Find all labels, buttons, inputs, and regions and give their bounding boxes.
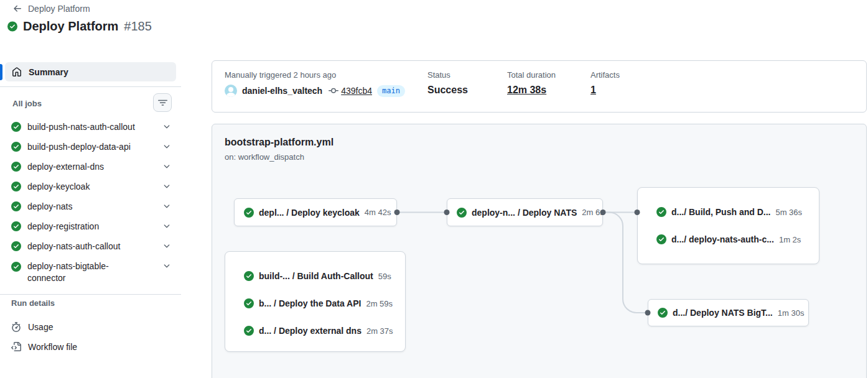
chevron-down-icon[interactable] — [162, 242, 171, 251]
chevron-down-icon[interactable] — [162, 142, 171, 151]
node-duration: 2m 59s — [366, 299, 393, 308]
success-check-icon — [244, 298, 254, 308]
artifacts-column: Artifacts 1 — [590, 70, 620, 96]
back-arrow-icon[interactable] — [12, 4, 22, 14]
success-check-icon — [244, 326, 254, 336]
avatar[interactable] — [225, 85, 237, 97]
node-duration: 4m 42s — [365, 208, 391, 217]
graph-node-deploy-nats[interactable]: deploy-n... / Deploy NATS 2m 6s — [447, 198, 603, 226]
git-commit-icon — [329, 86, 338, 96]
graph-node-deploy-external-dns[interactable]: d... / Deploy external dns 2m 37s — [244, 323, 395, 339]
success-check-icon — [11, 122, 21, 132]
chevron-down-icon[interactable] — [162, 202, 171, 211]
graph-node-deploy-data-api[interactable]: b... / Deploy the Data API 2m 59s — [244, 295, 395, 311]
node-label: b... / Deploy the Data API — [259, 298, 361, 308]
sidebar-item-workflow-file[interactable]: Workflow file — [0, 337, 181, 357]
success-check-icon — [656, 207, 666, 217]
success-check-icon — [656, 234, 666, 244]
node-duration: 1m 2s — [779, 235, 801, 244]
sidebar-job-deploy-external-dns[interactable]: deploy-external-dns — [0, 157, 181, 177]
sidebar-job-deploy-registration[interactable]: deploy-registration — [0, 216, 181, 236]
sidebar-job-deploy-nats-bigtable-connector[interactable]: deploy-nats-bigtable-connector — [0, 256, 181, 288]
graph-node-deploy-nats-bigtable[interactable]: d.../ Deploy NATS BigT... 1m 30s — [648, 299, 809, 326]
sidebar-job-deploy-nats-auth-callout[interactable]: deploy-nats-auth-callout — [0, 236, 181, 256]
sidebar-job-build-push-nats-auth-callout[interactable]: build-push-nats-auth-callout — [0, 117, 181, 137]
graph-node-deploy-nats-auth-callout[interactable]: d.../ deploy-nats-auth-c... 1m 2s — [656, 231, 809, 247]
main-content: Manually triggered 2 hours ago daniel-el… — [212, 60, 867, 113]
artifacts-count[interactable]: 1 — [590, 85, 620, 96]
sidebar-divider — [0, 86, 181, 87]
job-label: deploy-external-dns — [27, 161, 104, 173]
success-check-icon — [11, 201, 21, 211]
node-label: d.../ Deploy NATS BigT... — [673, 308, 773, 318]
workflow-graph-panel: bootstrap-platform.yml on: workflow_disp… — [212, 124, 867, 378]
node-label: d.../ deploy-nats-auth-c... — [671, 234, 774, 244]
graph-group-deploy: build-... / Build Auth-Callout 59s b... … — [225, 251, 406, 352]
all-jobs-heading: All jobs — [12, 99, 42, 108]
node-duration: 2m 6s — [582, 208, 604, 217]
graph-node-build-auth-callout[interactable]: build-... / Build Auth-Callout 59s — [244, 268, 395, 284]
page-title: Deploy Platform — [23, 19, 118, 34]
workflow-file-label: Workflow file — [28, 342, 77, 352]
branch-badge[interactable]: main — [377, 85, 405, 97]
trigger-text: Manually triggered 2 hours ago — [225, 70, 336, 80]
node-duration: 1m 30s — [778, 308, 805, 318]
job-label: deploy-keycloak — [27, 181, 90, 193]
duration-value[interactable]: 12m 38s — [507, 85, 556, 96]
job-list: build-push-nats-auth-callout build-push-… — [0, 117, 181, 288]
success-check-icon — [11, 221, 21, 231]
filter-icon — [158, 98, 167, 108]
run-number: #185 — [124, 19, 152, 34]
sidebar-job-build-push-deploy-data-api[interactable]: build-push-deploy-data-api — [0, 137, 181, 157]
success-check-icon — [7, 20, 17, 33]
success-check-icon — [11, 162, 21, 172]
success-check-icon — [11, 142, 21, 152]
file-code-icon — [11, 342, 21, 352]
chevron-down-icon[interactable] — [162, 122, 171, 131]
sidebar-job-deploy-keycloak[interactable]: deploy-keycloak — [0, 177, 181, 196]
node-duration: 59s — [378, 272, 391, 281]
node-label: depl... / Deploy keycloak — [259, 208, 360, 218]
chevron-down-icon[interactable] — [162, 162, 171, 171]
usage-label: Usage — [28, 322, 53, 332]
graph-node-build-push-deploy[interactable]: d.../ Build, Push and D... 5m 36s — [656, 204, 809, 220]
active-tab-indicator — [0, 64, 2, 80]
chevron-down-icon[interactable] — [162, 182, 171, 191]
status-label: Status — [427, 70, 468, 80]
run-title: Deploy Platform #185 — [7, 19, 152, 34]
filter-jobs-button[interactable] — [153, 93, 172, 112]
status-column: Status Success — [427, 70, 468, 96]
job-label: deploy-nats — [27, 201, 72, 213]
artifacts-label: Artifacts — [590, 70, 620, 80]
job-label: build-push-deploy-data-api — [27, 141, 131, 153]
sidebar-divider — [0, 294, 181, 295]
node-label: deploy-n... / Deploy NATS — [472, 208, 577, 218]
stopwatch-icon — [11, 322, 21, 332]
sidebar-item-usage[interactable]: Usage — [0, 317, 181, 337]
node-label: d.../ Build, Push and D... — [671, 207, 770, 217]
run-details-heading: Run details — [11, 298, 55, 308]
breadcrumb-label[interactable]: Deploy Platform — [28, 4, 90, 14]
success-check-icon — [658, 308, 668, 318]
commit-sha-link[interactable]: 439fcb4 — [341, 86, 372, 96]
workflow-trigger: on: workflow_dispatch — [225, 152, 304, 162]
run-info-card: Manually triggered 2 hours ago daniel-el… — [212, 60, 867, 113]
success-check-icon — [11, 262, 21, 272]
workflow-file-name: bootstrap-platform.yml — [225, 137, 334, 148]
chevron-down-icon[interactable] — [162, 262, 171, 270]
status-value: Success — [427, 85, 468, 96]
sidebar-item-summary[interactable]: Summary — [5, 62, 176, 81]
breadcrumb[interactable]: Deploy Platform — [12, 4, 90, 14]
sidebar-job-deploy-nats[interactable]: deploy-nats — [0, 196, 181, 216]
node-duration: 5m 36s — [775, 208, 802, 217]
home-icon — [12, 67, 22, 77]
duration-label: Total duration — [507, 70, 556, 80]
job-label: build-push-nats-auth-callout — [27, 121, 135, 133]
success-check-icon — [11, 241, 21, 251]
success-check-icon — [11, 182, 21, 191]
actor-row: daniel-elhs_valtech 439fcb4 main — [225, 85, 405, 97]
graph-node-deploy-keycloak[interactable]: depl... / Deploy keycloak 4m 42s — [234, 198, 397, 226]
actor-name[interactable]: daniel-elhs_valtech — [242, 86, 322, 96]
chevron-down-icon[interactable] — [162, 222, 171, 231]
job-label: deploy-nats-auth-callout — [27, 241, 120, 252]
